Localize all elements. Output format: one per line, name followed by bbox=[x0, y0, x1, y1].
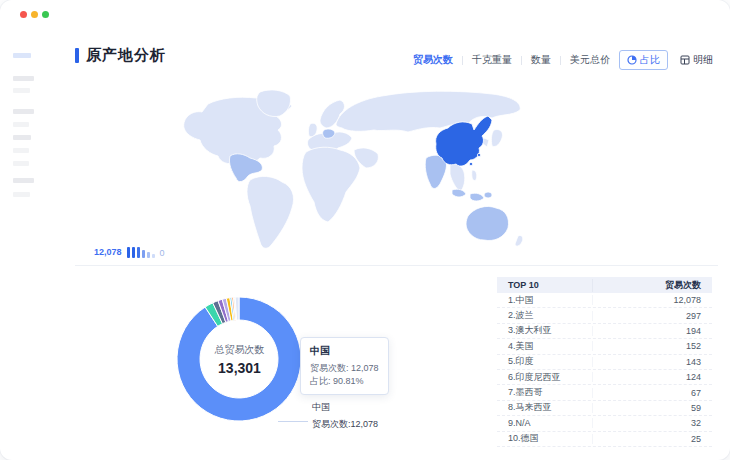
sidebar-skeleton-bar bbox=[13, 88, 30, 93]
tab-metric-0[interactable]: 贸易次数 bbox=[413, 53, 453, 67]
table-header-metric: 贸易次数 bbox=[592, 279, 712, 292]
table-row: 4.美国152 bbox=[497, 339, 712, 354]
table-cell-country: 1.中国 bbox=[497, 294, 592, 307]
table-cell-value: 32 bbox=[592, 418, 712, 428]
table-row: 2.波兰297 bbox=[497, 308, 712, 323]
table-cell-country: 9.N/A bbox=[497, 418, 592, 428]
country-philippines bbox=[472, 170, 477, 181]
sidebar-skeleton-bar bbox=[13, 76, 34, 81]
title-accent-bar bbox=[75, 48, 79, 63]
table-cell-country: 3.澳大利亚 bbox=[497, 324, 592, 337]
tab-separator bbox=[560, 56, 561, 65]
table-cell-value: 143 bbox=[592, 357, 712, 367]
app-window: 原产地分析 贸易次数千克重量数量美元总价 占比 明细 bbox=[0, 0, 730, 460]
sidebar-skeleton-bar bbox=[13, 122, 29, 127]
sidebar-skeleton-bar bbox=[13, 135, 31, 140]
table-cell-value: 59 bbox=[592, 403, 712, 413]
legend-min-value: 0 bbox=[160, 248, 165, 258]
country-taiwan[interactable] bbox=[477, 153, 480, 156]
country-south-america bbox=[247, 176, 294, 248]
table-cell-value: 67 bbox=[592, 388, 712, 398]
table-cell-value: 297 bbox=[592, 311, 712, 321]
table-cell-country: 8.马来西亚 bbox=[497, 401, 592, 414]
table-cell-value: 152 bbox=[592, 341, 712, 351]
table-row: 3.澳大利亚194 bbox=[497, 324, 712, 339]
table-row: 7.墨西哥67 bbox=[497, 385, 712, 400]
legend-max-value: 12,078 bbox=[94, 247, 122, 258]
table-row: 8.马来西亚59 bbox=[497, 401, 712, 416]
country-indonesia-east[interactable] bbox=[484, 192, 492, 198]
table-cell-country: 6.印度尼西亚 bbox=[497, 371, 592, 384]
legend-scale-bar bbox=[127, 247, 130, 258]
table-header-row: TOP 10 贸易次数 bbox=[497, 277, 712, 293]
sidebar-skeleton-bar bbox=[13, 161, 29, 166]
tooltip-trade-count: 贸易次数: 12,078 bbox=[310, 362, 379, 375]
legend-scale-bar bbox=[147, 252, 150, 258]
chart-tooltip: 中国 贸易次数: 12,078 占比: 90.81% bbox=[300, 337, 389, 395]
table-cell-country: 7.墨西哥 bbox=[497, 386, 592, 399]
sidebar-skeleton-bar bbox=[13, 53, 31, 58]
country-africa bbox=[302, 147, 360, 222]
country-russia bbox=[336, 91, 520, 132]
map-color-legend: 12,078 0 bbox=[94, 244, 165, 258]
table-cell-value: 25 bbox=[592, 434, 712, 444]
detail-button[interactable]: 明细 bbox=[677, 51, 716, 69]
legend-scale-bar bbox=[137, 247, 140, 258]
pie-chart-icon bbox=[627, 55, 637, 65]
tab-separator bbox=[521, 56, 522, 65]
tab-metric-1[interactable]: 千克重量 bbox=[472, 53, 512, 67]
table-cell-country: 5.印度 bbox=[497, 355, 592, 368]
tooltip-title: 中国 bbox=[310, 344, 379, 358]
table-row: 1.中国12,078 bbox=[497, 293, 712, 308]
legend-scale-bar bbox=[132, 247, 135, 258]
country-se-asia bbox=[450, 163, 465, 192]
country-hainan[interactable] bbox=[469, 162, 472, 165]
sidebar-skeleton-bar bbox=[13, 148, 29, 153]
country-japan bbox=[491, 129, 502, 146]
table-grid-icon bbox=[680, 55, 690, 65]
country-new-zealand bbox=[515, 235, 523, 246]
table-cell-value: 12,078 bbox=[592, 295, 712, 305]
table-row: 5.印度143 bbox=[497, 355, 712, 370]
top10-table: TOP 10 贸易次数 1.中国12,0782.波兰2973.澳大利亚1944.… bbox=[497, 277, 712, 447]
country-malaysia[interactable] bbox=[452, 189, 466, 197]
tab-metric-3[interactable]: 美元总价 bbox=[570, 53, 610, 67]
page-title-text: 原产地分析 bbox=[86, 46, 166, 65]
table-cell-value: 194 bbox=[592, 326, 712, 336]
table-cell-value: 124 bbox=[592, 372, 712, 382]
page-title: 原产地分析 bbox=[75, 46, 166, 65]
table-row: 9.N/A32 bbox=[497, 416, 712, 431]
ratio-toggle-button[interactable]: 占比 bbox=[619, 50, 668, 70]
country-australia[interactable] bbox=[466, 206, 509, 240]
tab-separator bbox=[462, 56, 463, 65]
table-cell-country: 10.德国 bbox=[497, 432, 592, 445]
table-row: 6.印度尼西亚124 bbox=[497, 370, 712, 385]
sidebar-skeleton-bar bbox=[13, 109, 34, 114]
callout-country: 中国 bbox=[312, 401, 378, 414]
section-divider bbox=[75, 265, 718, 266]
sidebar-skeleton bbox=[13, 0, 53, 460]
metric-tab-bar: 贸易次数千克重量数量美元总价 占比 明细 bbox=[413, 50, 716, 70]
slice-callout-label: 中国 贸易次数:12,078 bbox=[312, 401, 378, 431]
tooltip-percentage: 占比: 90.81% bbox=[310, 375, 379, 388]
callout-value: 贸易次数:12,078 bbox=[312, 418, 378, 431]
donut-chart bbox=[172, 292, 306, 426]
sidebar-skeleton-bar bbox=[13, 192, 30, 197]
table-cell-country: 4.美国 bbox=[497, 340, 592, 353]
country-indonesia[interactable] bbox=[470, 193, 484, 201]
legend-scale-bar bbox=[142, 250, 145, 258]
legend-scale-bar bbox=[152, 254, 155, 258]
tab-metric-2[interactable]: 数量 bbox=[531, 53, 551, 67]
table-row: 10.德国25 bbox=[497, 432, 712, 447]
table-cell-country: 2.波兰 bbox=[497, 309, 592, 322]
table-header-rank: TOP 10 bbox=[497, 280, 592, 290]
callout-leader-line bbox=[278, 421, 308, 422]
world-map bbox=[168, 86, 548, 258]
sidebar-skeleton-bar bbox=[13, 178, 34, 183]
